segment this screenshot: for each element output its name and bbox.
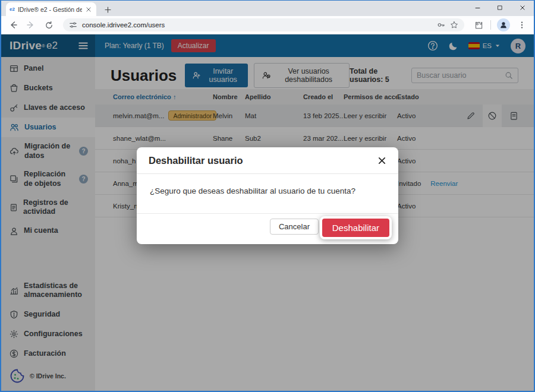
bookmark-star-icon[interactable] xyxy=(450,21,458,29)
site-settings-icon[interactable] xyxy=(69,21,77,29)
browser-window: e2 IDrive® e2 - Gestión de Usuario conso… xyxy=(0,0,535,392)
new-tab-button[interactable] xyxy=(102,4,113,15)
address-bar[interactable]: console.idrivee2.com/users xyxy=(63,18,464,31)
browser-tab-bar: e2 IDrive® e2 - Gestión de Usuario xyxy=(1,1,534,16)
extensions-icon[interactable] xyxy=(473,19,484,31)
cancel-button[interactable]: Cancelar xyxy=(270,219,319,235)
back-button[interactable] xyxy=(7,19,19,31)
password-key-icon[interactable] xyxy=(437,21,445,29)
modal-close-icon[interactable] xyxy=(377,156,386,165)
browser-toolbar: console.idrivee2.com/users xyxy=(1,16,534,34)
disable-user-modal: Deshabilitar usuario ¿Seguro que deseas … xyxy=(137,147,398,244)
url-text: console.idrivee2.com/users xyxy=(82,21,432,29)
browser-profile-avatar[interactable] xyxy=(497,18,510,31)
forward-button[interactable] xyxy=(25,19,37,31)
disable-confirm-button[interactable]: Deshabilitar xyxy=(320,216,392,239)
minimize-button[interactable] xyxy=(468,2,486,14)
browser-tab[interactable]: e2 IDrive® e2 - Gestión de Usuario xyxy=(6,2,96,16)
browser-menu-icon[interactable] xyxy=(516,19,528,31)
toolbar-divider xyxy=(490,20,491,30)
refresh-button[interactable] xyxy=(43,19,55,31)
app-viewport: IDrive®e2 Plan: Yearly (1 TB) Actualizar… xyxy=(1,34,534,391)
modal-title: Deshabilitar usuario xyxy=(149,155,243,166)
site-favicon: e2 xyxy=(10,7,15,12)
maximize-button[interactable] xyxy=(491,2,509,14)
tab-close-icon[interactable] xyxy=(85,5,93,14)
tab-title: IDrive® e2 - Gestión de Usuario xyxy=(18,6,82,13)
close-window-button[interactable] xyxy=(514,2,531,14)
modal-message: ¿Seguro que deseas deshabilitar al usuar… xyxy=(137,174,398,208)
